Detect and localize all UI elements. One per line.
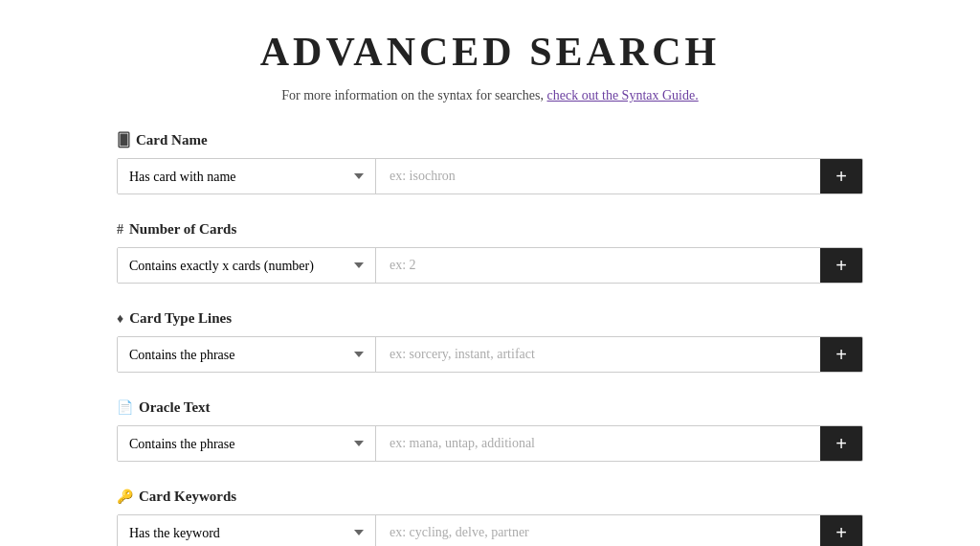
- key-icon: 🔑: [117, 489, 133, 505]
- section-card-type-lines: ♦Card Type LinesContains the phraseDoes …: [117, 310, 863, 373]
- section-oracle-text: 📄Oracle TextContains the phraseDoes not …: [117, 399, 863, 462]
- input-card-type-lines[interactable]: [376, 337, 820, 372]
- section-card-keywords: 🔑Card KeywordsHas the keywordDoes not ha…: [117, 489, 863, 546]
- input-oracle-text[interactable]: [376, 426, 820, 461]
- document-icon: 📄: [117, 399, 133, 416]
- section-header-card-type-lines: ♦Card Type Lines: [117, 310, 863, 327]
- section-label-oracle-text: Oracle Text: [139, 399, 211, 416]
- add-button-card-name[interactable]: +: [820, 159, 862, 193]
- section-card-name: 🂠Card NameHas card with nameDoes not hav…: [117, 132, 863, 194]
- add-button-number-of-cards[interactable]: +: [820, 248, 862, 283]
- section-header-card-keywords: 🔑Card Keywords: [117, 489, 863, 505]
- select-card-name[interactable]: Has card with nameDoes not have card wit…: [118, 159, 376, 193]
- field-row-number-of-cards: Contains exactly x cards (number)Contain…: [117, 247, 863, 284]
- field-row-oracle-text: Contains the phraseDoes not contain the …: [117, 425, 863, 462]
- page-title: ADVANCED SEARCH: [117, 29, 863, 75]
- syntax-guide-link[interactable]: check out the Syntax Guide.: [546, 88, 698, 102]
- section-label-card-name: Card Name: [136, 132, 208, 148]
- select-number-of-cards[interactable]: Contains exactly x cards (number)Contain…: [118, 248, 376, 283]
- hash-icon: #: [117, 222, 123, 238]
- add-button-oracle-text[interactable]: +: [820, 426, 862, 461]
- add-button-card-keywords[interactable]: +: [820, 515, 862, 546]
- subtitle: For more information on the syntax for s…: [117, 88, 863, 103]
- section-header-number-of-cards: #Number of Cards: [117, 221, 863, 238]
- select-card-type-lines[interactable]: Contains the phraseDoes not contain the …: [118, 337, 376, 372]
- input-card-keywords[interactable]: [376, 515, 820, 546]
- section-header-oracle-text: 📄Oracle Text: [117, 399, 863, 416]
- select-oracle-text[interactable]: Contains the phraseDoes not contain the …: [118, 426, 376, 461]
- input-card-name[interactable]: [376, 159, 820, 193]
- card-icon: 🂠: [117, 132, 130, 148]
- section-number-of-cards: #Number of CardsContains exactly x cards…: [117, 221, 863, 284]
- section-label-card-keywords: Card Keywords: [139, 489, 236, 505]
- input-number-of-cards[interactable]: [376, 248, 820, 283]
- sections-container: 🂠Card NameHas card with nameDoes not hav…: [117, 132, 863, 546]
- select-card-keywords[interactable]: Has the keywordDoes not have the keyword: [118, 515, 376, 546]
- field-row-card-keywords: Has the keywordDoes not have the keyword…: [117, 514, 863, 546]
- subtitle-text: For more information on the syntax for s…: [281, 88, 544, 102]
- section-header-card-name: 🂠Card Name: [117, 132, 863, 148]
- add-button-card-type-lines[interactable]: +: [820, 337, 862, 372]
- diamond-icon: ♦: [117, 311, 123, 327]
- section-label-card-type-lines: Card Type Lines: [129, 310, 232, 327]
- section-label-number-of-cards: Number of Cards: [129, 221, 236, 238]
- field-row-card-name: Has card with nameDoes not have card wit…: [117, 158, 863, 194]
- field-row-card-type-lines: Contains the phraseDoes not contain the …: [117, 336, 863, 373]
- page-container: ADVANCED SEARCH For more information on …: [98, 0, 882, 546]
